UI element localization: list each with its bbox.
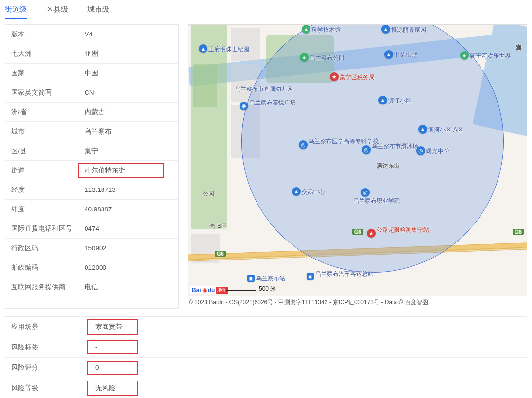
poi-bingchang: 乌兰察布市滑冰场 bbox=[372, 142, 418, 151]
value-province: 内蒙古 bbox=[81, 103, 178, 121]
label-version: 版本 bbox=[5, 25, 81, 44]
label-country-en: 国家英文简写 bbox=[5, 84, 81, 102]
marker-binjiang-icon[interactable]: ▲ bbox=[378, 96, 387, 104]
poi-liangb: 亮-B区 bbox=[209, 222, 227, 230]
poi-binhea: 滨河小区-A区 bbox=[428, 126, 463, 134]
marker-tax-icon[interactable]: ★ bbox=[330, 72, 339, 81]
poi-bawang: 霸王河欢乐世界 bbox=[470, 52, 511, 60]
label-province: 洲/省 bbox=[5, 103, 81, 121]
info-table: 版本V4 七大洲亚洲 国家中国 国家英文简写CN 洲/省内蒙古 城市乌兰察布 区… bbox=[5, 24, 179, 309]
poi-gonglu: 公路超限检测集宁站 bbox=[377, 226, 429, 234]
value-scene: 家庭宽带 bbox=[89, 318, 527, 336]
road-manda: 满达东街 bbox=[377, 162, 400, 170]
baidu-map[interactable]: 满达东街 G6 G6 G6 迎宾大道 ▲ 科学技术馆 ▲ 博源丽景家园 ▲ 王府… bbox=[188, 24, 527, 296]
poi-zhiye: 乌兰察布职业学院 bbox=[353, 197, 400, 205]
value-risk-score: 0 bbox=[89, 359, 527, 376]
poi-jiaoyi: 交易中心 bbox=[302, 188, 325, 196]
label-continent: 七大洲 bbox=[5, 45, 81, 63]
label-phone: 国际直拨电话和区号 bbox=[5, 220, 81, 238]
marker-wangfu-icon[interactable]: ▲ bbox=[199, 44, 207, 53]
marker-binhea-icon[interactable]: ▲ bbox=[418, 125, 427, 134]
value-continent: 亚洲 bbox=[81, 45, 178, 63]
marker-xiyue-icon[interactable]: ◉ bbox=[240, 102, 248, 110]
risk-table: 应用场景家庭宽带 风险标签- 风险评分0 风险等级无风险 bbox=[5, 316, 527, 398]
label-zip: 邮政编码 bbox=[5, 259, 81, 277]
value-county: 集宁 bbox=[81, 142, 178, 160]
label-city: 城市 bbox=[5, 122, 81, 141]
marker-boyuan-icon[interactable]: ▲ bbox=[381, 25, 390, 34]
marker-keyun-icon[interactable]: ▣ bbox=[307, 273, 314, 280]
road-g6-a: G6 bbox=[215, 251, 226, 257]
marker-wulanpark-icon[interactable]: ● bbox=[300, 53, 309, 62]
tab-district[interactable]: 区县级 bbox=[46, 5, 68, 19]
value-isp: 电信 bbox=[81, 278, 178, 296]
marker-zhiye-icon[interactable]: ◎ bbox=[361, 188, 370, 197]
poi-tax: 集宁区税务局 bbox=[340, 73, 375, 82]
marker-shuguang-icon[interactable]: ◎ bbox=[416, 146, 425, 155]
label-risk-level: 风险等级 bbox=[5, 379, 89, 398]
marker-bingchang-icon[interactable]: ◎ bbox=[362, 145, 371, 154]
label-lng: 经度 bbox=[5, 181, 81, 199]
poi-shuguang: 曙光中学 bbox=[426, 147, 449, 156]
marker-zhongduo-icon[interactable]: ▲ bbox=[384, 50, 393, 59]
value-street: 杜尔伯特东街 bbox=[81, 161, 178, 180]
poi-keyun: 乌兰察布汽车客运总站 bbox=[315, 270, 374, 278]
label-country: 国家 bbox=[5, 64, 81, 83]
poi-yixue: 乌兰察布医学高等专科学校 bbox=[309, 138, 378, 146]
marker-jiaoyi-icon[interactable]: ▲ bbox=[292, 187, 301, 196]
tab-city[interactable]: 城市级 bbox=[87, 5, 109, 19]
value-country: 中国 bbox=[81, 64, 178, 83]
poi-gongyuan-w: 公园 bbox=[203, 190, 214, 198]
value-admin: 150902 bbox=[81, 240, 178, 257]
value-zip: 012000 bbox=[81, 259, 178, 276]
label-admin: 行政区码 bbox=[5, 239, 81, 258]
poi-buzhan: 乌兰察布站 bbox=[256, 275, 285, 283]
poi-youeryuan: 乌兰察布市直属幼儿园 bbox=[235, 85, 293, 93]
map-credit: © 2023 Baidu - GS(2021)6026号 - 甲测资字11111… bbox=[188, 296, 527, 309]
label-county: 区/县 bbox=[5, 142, 81, 160]
value-phone: 0474 bbox=[81, 220, 178, 237]
map-scale: 500 米 bbox=[226, 285, 276, 293]
label-scene: 应用场景 bbox=[5, 318, 89, 336]
poi-wulanpark: 乌兰察布公园 bbox=[309, 54, 344, 62]
value-version: V4 bbox=[81, 26, 178, 43]
poi-kexue: 科学技术馆 bbox=[311, 26, 341, 34]
level-tabs: 街道级 区县级 城市级 bbox=[0, 0, 532, 19]
poi-wangfu: 王府明珠世纪园 bbox=[208, 45, 249, 53]
label-street: 街道 bbox=[5, 161, 81, 180]
label-lat: 纬度 bbox=[5, 200, 81, 219]
baidu-logo: Bai◉du地图 bbox=[190, 286, 230, 294]
marker-yixue-icon[interactable]: ◎ bbox=[299, 140, 308, 149]
marker-buzhan-icon[interactable]: ▣ bbox=[247, 275, 255, 282]
value-risk-tag: - bbox=[89, 339, 527, 356]
value-lat: 40.98387 bbox=[81, 201, 178, 218]
poi-xiyue: 乌兰察布喜悦广场 bbox=[249, 99, 296, 107]
road-g6-b: G6 bbox=[352, 229, 363, 235]
value-risk-level: 无风险 bbox=[89, 379, 527, 398]
label-risk-score: 风险评分 bbox=[5, 359, 89, 377]
label-risk-tag: 风险标签 bbox=[5, 338, 89, 357]
value-lng: 113.18713 bbox=[81, 181, 178, 198]
value-city: 乌兰察布 bbox=[81, 122, 178, 141]
marker-kexue-icon[interactable]: ▲ bbox=[302, 25, 310, 34]
label-isp: 互联网服务提供商 bbox=[5, 278, 81, 296]
poi-zhongduo: 中朵御墅 bbox=[394, 51, 417, 59]
tab-street[interactable]: 街道级 bbox=[5, 5, 27, 19]
poi-boyuan: 博源丽景家园 bbox=[391, 26, 426, 34]
road-g6-c: G6 bbox=[513, 229, 524, 235]
marker-bawang-icon[interactable]: ● bbox=[460, 51, 469, 60]
value-country-en: CN bbox=[81, 84, 178, 101]
marker-gonglu-icon[interactable]: ★ bbox=[367, 229, 376, 238]
poi-binjiang: 滨江小区 bbox=[388, 97, 412, 105]
